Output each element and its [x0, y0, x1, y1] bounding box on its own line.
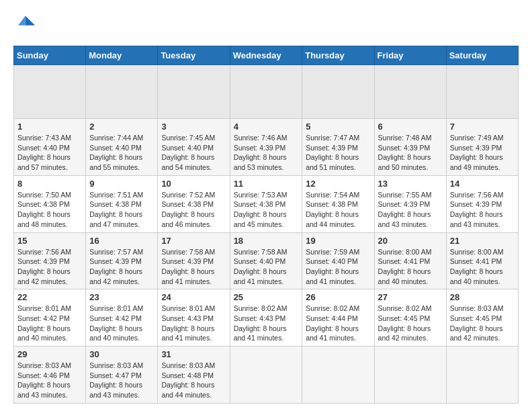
calendar-cell: 28Sunrise: 8:03 AM Sunset: 4:45 PM Dayli… — [446, 289, 518, 347]
calendar-cell: 12Sunrise: 7:54 AM Sunset: 4:38 PM Dayli… — [302, 175, 374, 232]
calendar-cell: 20Sunrise: 8:00 AM Sunset: 4:41 PM Dayli… — [374, 232, 446, 289]
day-number: 12 — [306, 179, 370, 189]
calendar-cell: 30Sunrise: 8:03 AM Sunset: 4:47 PM Dayli… — [86, 347, 158, 404]
day-info: Sunrise: 7:58 AM Sunset: 4:39 PM Dayligh… — [161, 247, 226, 287]
calendar-cell: 14Sunrise: 7:56 AM Sunset: 4:39 PM Dayli… — [446, 175, 518, 232]
calendar-cell: 13Sunrise: 7:55 AM Sunset: 4:39 PM Dayli… — [374, 175, 446, 232]
day-number: 11 — [234, 179, 299, 189]
day-number: 14 — [450, 179, 515, 189]
day-info: Sunrise: 7:56 AM Sunset: 4:39 PM Dayligh… — [17, 247, 82, 287]
day-number: 7 — [450, 122, 515, 132]
day-number: 15 — [17, 236, 82, 246]
calendar-table: SundayMondayTuesdayWednesdayThursdayFrid… — [13, 46, 519, 404]
calendar-cell: 26Sunrise: 8:02 AM Sunset: 4:44 PM Dayli… — [302, 289, 374, 347]
calendar-cell: 21Sunrise: 8:00 AM Sunset: 4:41 PM Dayli… — [446, 232, 518, 289]
day-number: 4 — [234, 122, 299, 132]
day-number: 13 — [378, 179, 443, 189]
calendar-cell — [230, 65, 302, 119]
day-info: Sunrise: 7:45 AM Sunset: 4:40 PM Dayligh… — [161, 133, 226, 173]
day-number: 17 — [161, 236, 226, 246]
header-thursday: Thursday — [302, 46, 374, 65]
day-info: Sunrise: 7:48 AM Sunset: 4:39 PM Dayligh… — [378, 133, 443, 173]
day-number: 27 — [378, 292, 443, 302]
day-info: Sunrise: 8:03 AM Sunset: 4:47 PM Dayligh… — [89, 361, 154, 400]
day-info: Sunrise: 7:50 AM Sunset: 4:38 PM Dayligh… — [17, 190, 82, 230]
calendar-cell: 9Sunrise: 7:51 AM Sunset: 4:38 PM Daylig… — [86, 175, 158, 232]
calendar-cell: 8Sunrise: 7:50 AM Sunset: 4:38 PM Daylig… — [14, 175, 86, 232]
day-info: Sunrise: 8:03 AM Sunset: 4:48 PM Dayligh… — [161, 361, 226, 400]
week-row-5: 29Sunrise: 8:03 AM Sunset: 4:46 PM Dayli… — [14, 347, 519, 404]
day-number: 9 — [89, 179, 154, 189]
calendar-cell: 22Sunrise: 8:01 AM Sunset: 4:42 PM Dayli… — [14, 289, 86, 347]
day-info: Sunrise: 8:03 AM Sunset: 4:45 PM Dayligh… — [450, 304, 515, 343]
day-info: Sunrise: 7:58 AM Sunset: 4:40 PM Dayligh… — [234, 247, 299, 287]
day-info: Sunrise: 7:55 AM Sunset: 4:39 PM Dayligh… — [378, 190, 443, 230]
day-info: Sunrise: 8:01 AM Sunset: 4:42 PM Dayligh… — [17, 304, 82, 343]
header-saturday: Saturday — [446, 46, 518, 65]
calendar-cell: 31Sunrise: 8:03 AM Sunset: 4:48 PM Dayli… — [158, 347, 230, 404]
calendar-header-row: SundayMondayTuesdayWednesdayThursdayFrid… — [14, 46, 519, 65]
day-number: 24 — [161, 292, 226, 302]
header-monday: Monday — [86, 46, 158, 65]
header-wednesday: Wednesday — [230, 46, 302, 65]
header-friday: Friday — [374, 46, 446, 65]
day-info: Sunrise: 7:43 AM Sunset: 4:40 PM Dayligh… — [17, 133, 82, 173]
day-number: 6 — [378, 122, 443, 132]
day-number: 29 — [17, 349, 82, 359]
calendar-cell: 19Sunrise: 7:59 AM Sunset: 4:40 PM Dayli… — [302, 232, 374, 289]
header-sunday: Sunday — [14, 46, 86, 65]
header-tuesday: Tuesday — [158, 46, 230, 65]
calendar-cell — [374, 65, 446, 119]
calendar-cell: 5Sunrise: 7:47 AM Sunset: 4:39 PM Daylig… — [302, 119, 374, 176]
svg-marker-1 — [18, 16, 26, 26]
day-number: 8 — [17, 179, 82, 189]
calendar-cell: 24Sunrise: 8:01 AM Sunset: 4:43 PM Dayli… — [158, 289, 230, 347]
week-row-0 — [14, 65, 519, 119]
calendar-cell — [14, 65, 86, 119]
day-info: Sunrise: 8:03 AM Sunset: 4:46 PM Dayligh… — [17, 361, 82, 400]
calendar-cell: 11Sunrise: 7:53 AM Sunset: 4:38 PM Dayli… — [230, 175, 302, 232]
logo-icon — [13, 13, 35, 35]
calendar-cell: 23Sunrise: 8:01 AM Sunset: 4:42 PM Dayli… — [86, 289, 158, 347]
calendar-cell: 15Sunrise: 7:56 AM Sunset: 4:39 PM Dayli… — [14, 232, 86, 289]
day-number: 23 — [89, 292, 154, 302]
calendar-cell — [158, 65, 230, 119]
day-number: 28 — [450, 292, 515, 302]
calendar-cell: 16Sunrise: 7:57 AM Sunset: 4:39 PM Dayli… — [86, 232, 158, 289]
day-number: 30 — [89, 349, 154, 359]
calendar-cell: 27Sunrise: 8:02 AM Sunset: 4:45 PM Dayli… — [374, 289, 446, 347]
day-info: Sunrise: 8:02 AM Sunset: 4:45 PM Dayligh… — [378, 304, 443, 343]
day-number: 16 — [89, 236, 154, 246]
calendar-cell: 7Sunrise: 7:49 AM Sunset: 4:39 PM Daylig… — [446, 119, 518, 176]
day-info: Sunrise: 8:00 AM Sunset: 4:41 PM Dayligh… — [450, 247, 515, 287]
calendar-cell: 3Sunrise: 7:45 AM Sunset: 4:40 PM Daylig… — [158, 119, 230, 176]
calendar-cell: 18Sunrise: 7:58 AM Sunset: 4:40 PM Dayli… — [230, 232, 302, 289]
week-row-4: 22Sunrise: 8:01 AM Sunset: 4:42 PM Dayli… — [14, 289, 519, 347]
day-number: 26 — [306, 292, 370, 302]
day-info: Sunrise: 7:44 AM Sunset: 4:40 PM Dayligh… — [89, 133, 154, 173]
calendar-cell: 1Sunrise: 7:43 AM Sunset: 4:40 PM Daylig… — [14, 119, 86, 176]
calendar-cell: 17Sunrise: 7:58 AM Sunset: 4:39 PM Dayli… — [158, 232, 230, 289]
day-info: Sunrise: 8:02 AM Sunset: 4:44 PM Dayligh… — [306, 304, 370, 343]
day-info: Sunrise: 8:01 AM Sunset: 4:43 PM Dayligh… — [161, 304, 226, 343]
day-info: Sunrise: 7:54 AM Sunset: 4:38 PM Dayligh… — [306, 190, 370, 230]
day-number: 10 — [161, 179, 226, 189]
week-row-3: 15Sunrise: 7:56 AM Sunset: 4:39 PM Dayli… — [14, 232, 519, 289]
day-info: Sunrise: 7:47 AM Sunset: 4:39 PM Dayligh… — [306, 133, 370, 173]
calendar-cell: 4Sunrise: 7:46 AM Sunset: 4:39 PM Daylig… — [230, 119, 302, 176]
day-number: 5 — [306, 122, 370, 132]
calendar-cell — [230, 347, 302, 404]
svg-marker-0 — [26, 16, 35, 26]
day-number: 21 — [450, 236, 515, 246]
logo — [13, 13, 38, 35]
day-number: 18 — [234, 236, 299, 246]
day-number: 1 — [17, 122, 82, 132]
calendar-cell: 2Sunrise: 7:44 AM Sunset: 4:40 PM Daylig… — [86, 119, 158, 176]
day-number: 3 — [161, 122, 226, 132]
day-number: 19 — [306, 236, 370, 246]
day-info: Sunrise: 7:53 AM Sunset: 4:38 PM Dayligh… — [234, 190, 299, 230]
week-row-1: 1Sunrise: 7:43 AM Sunset: 4:40 PM Daylig… — [14, 119, 519, 176]
day-info: Sunrise: 7:52 AM Sunset: 4:38 PM Dayligh… — [161, 190, 226, 230]
calendar-cell — [86, 65, 158, 119]
day-info: Sunrise: 7:49 AM Sunset: 4:39 PM Dayligh… — [450, 133, 515, 173]
